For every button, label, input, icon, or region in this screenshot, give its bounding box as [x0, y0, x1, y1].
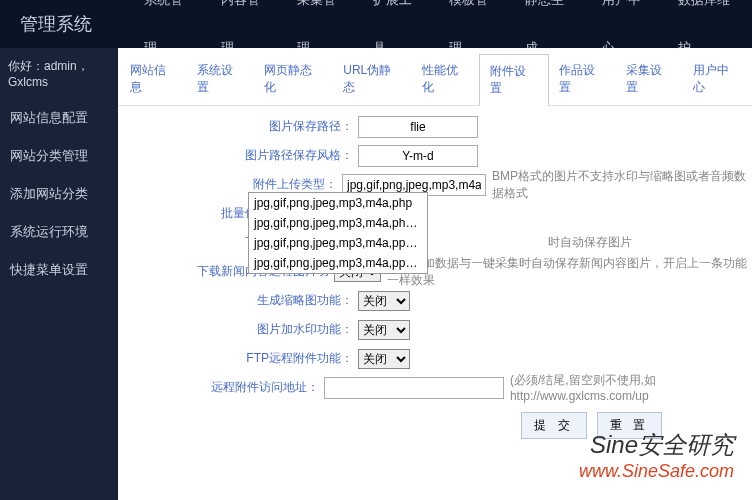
autocomplete-item[interactable]: jpg,gif,png,jpeg,mp3,m4a,ppph... — [249, 253, 427, 273]
tab-system-settings[interactable]: 系统设置 — [187, 54, 254, 105]
label-image-path: 图片保存路径： — [118, 118, 358, 135]
input-image-path-style[interactable] — [358, 145, 478, 167]
tab-performance[interactable]: 性能优化 — [412, 54, 479, 105]
label-upload-types: 附件上传类型： — [118, 176, 342, 193]
autocomplete-item[interactable]: jpg,gif,png,jpeg,mp3,m4a,pphphp — [249, 233, 427, 253]
hint-download-remote: 时自动保存图片 — [548, 234, 632, 251]
greeting: 你好：admin，Gxlcms — [0, 48, 118, 99]
label-watermark: 图片加水印功能： — [118, 321, 358, 338]
tab-collect[interactable]: 采集设置 — [616, 54, 683, 105]
sidebar-quickmenu[interactable]: 快捷菜单设置 — [0, 251, 118, 289]
select-ftp-remote[interactable]: 关闭 — [358, 349, 410, 369]
input-remote-url[interactable] — [324, 377, 504, 399]
watermark: Sine安全研究 www.SineSafe.com — [579, 429, 734, 482]
form-area: 图片保存路径： 图片路径保存风格： 附件上传类型： BMP格式的图片不支持水印与… — [118, 106, 752, 445]
select-watermark[interactable]: 关闭 — [358, 320, 410, 340]
app-logo: 管理系统 — [0, 12, 130, 36]
hint-remote-url: (必须/结尾,留空则不使用,如http://www.gxlcms.com/up — [510, 372, 752, 403]
submit-button[interactable]: 提 交 — [521, 412, 586, 439]
input-image-path[interactable] — [358, 116, 478, 138]
hint-upload-types: BMP格式的图片不支持水印与缩略图或者音频数据格式 — [492, 168, 752, 202]
tab-works[interactable]: 作品设置 — [549, 54, 616, 105]
watermark-title: Sine安全研究 — [579, 429, 734, 461]
autocomplete-dropdown: jpg,gif,png,jpeg,mp3,m4a,php jpg,gif,png… — [248, 192, 428, 274]
tab-usercenter[interactable]: 用户中心 — [683, 54, 750, 105]
label-ftp-remote: FTP远程附件功能： — [118, 350, 358, 367]
tab-bar: 网站信息 系统设置 网页静态化 URL伪静态 性能优化 附件设置 作品设置 采集… — [118, 48, 752, 106]
label-thumbnail: 生成缩略图功能： — [118, 292, 358, 309]
watermark-url: www.SineSafe.com — [579, 461, 734, 482]
sidebar-add-category[interactable]: 添加网站分类 — [0, 175, 118, 213]
sidebar: 你好：admin，Gxlcms 网站信息配置 网站分类管理 添加网站分类 系统运… — [0, 48, 118, 500]
tab-page-static[interactable]: 网页静态化 — [254, 54, 333, 105]
tab-attachment[interactable]: 附件设置 — [479, 54, 548, 106]
tab-url-rewrite[interactable]: URL伪静态 — [333, 54, 412, 105]
tab-site-info[interactable]: 网站信息 — [120, 54, 187, 105]
label-remote-url: 远程附件访问地址： — [118, 379, 324, 396]
autocomplete-item[interactable]: jpg,gif,png,jpeg,mp3,m4a,php — [249, 193, 427, 213]
autocomplete-item[interactable]: jpg,gif,png,jpeg,mp3,m4a,phph... — [249, 213, 427, 233]
sidebar-categories[interactable]: 网站分类管理 — [0, 137, 118, 175]
sidebar-system-env[interactable]: 系统运行环境 — [0, 213, 118, 251]
select-thumbnail[interactable]: 关闭 — [358, 291, 410, 311]
label-image-path-style: 图片路径保存风格： — [118, 147, 358, 164]
sidebar-site-info[interactable]: 网站信息配置 — [0, 99, 118, 137]
hint-download-news: 手动添加数据与一键采集时自动保存新闻内容图片，开启上一条功能一样效果 — [387, 255, 752, 289]
